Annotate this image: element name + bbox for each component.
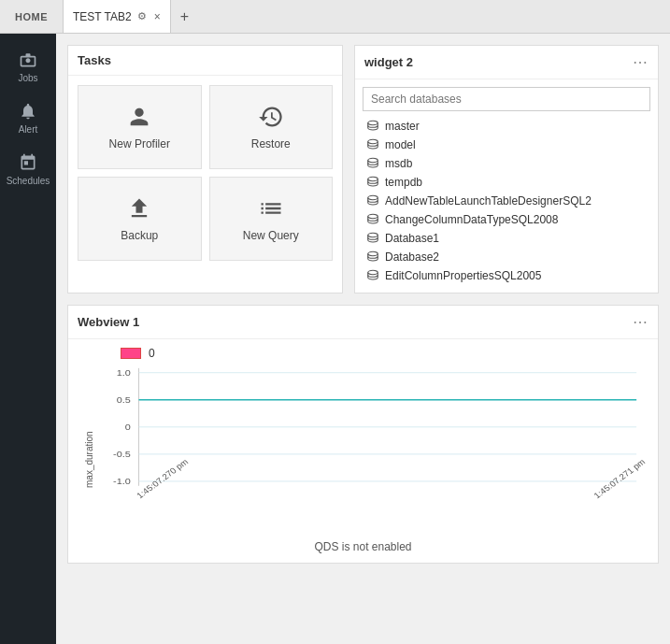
webview-title: Webview 1 bbox=[78, 315, 139, 329]
db-item-8[interactable]: EditColumnPropertiesSQL2005 bbox=[363, 266, 650, 285]
webview-widget: Webview 1 ⋯ 0 max_duration bbox=[67, 305, 659, 564]
chart-container: 0 max_duration 1.0 0. bbox=[68, 339, 658, 563]
database-icon bbox=[366, 269, 379, 282]
main-layout: Jobs Alert Schedules Tasks bbox=[0, 34, 670, 644]
query-icon bbox=[258, 195, 284, 222]
tasks-title: Tasks bbox=[78, 53, 111, 67]
database-icon bbox=[366, 213, 379, 226]
svg-point-1 bbox=[368, 139, 378, 143]
widgets-row: Tasks New Profiler Restore bbox=[67, 45, 659, 293]
tab-settings-icon[interactable]: ⚙ bbox=[137, 10, 147, 22]
y-axis-label: max_duration bbox=[79, 364, 98, 537]
svg-text:1:45:07.270 pm: 1:45:07.270 pm bbox=[135, 457, 190, 500]
db-item-4[interactable]: AddNewTableLaunchTableDesignerSQL2 bbox=[363, 192, 650, 210]
backup-label: Backup bbox=[121, 229, 158, 242]
db-item-tempdb[interactable]: tempdb bbox=[363, 173, 650, 192]
db-item-6[interactable]: Database1 bbox=[363, 229, 650, 248]
svg-point-7 bbox=[368, 251, 378, 255]
svg-point-8 bbox=[368, 270, 378, 274]
legend-color-swatch bbox=[121, 348, 141, 359]
db-item-master[interactable]: master bbox=[363, 117, 650, 136]
database-list: master model msdb tempdb bbox=[355, 79, 658, 293]
top-bar: HOME TEST TAB2 ⚙ × + bbox=[0, 0, 670, 34]
svg-point-5 bbox=[368, 214, 378, 218]
db-name: Database2 bbox=[385, 250, 439, 264]
svg-text:-0.5: -0.5 bbox=[113, 449, 131, 458]
backup-button[interactable]: Backup bbox=[78, 177, 202, 261]
backup-icon bbox=[126, 195, 152, 222]
content-area: Tasks New Profiler Restore bbox=[56, 34, 670, 644]
schedules-label: Schedules bbox=[7, 176, 50, 186]
widget2-menu-button[interactable]: ⋯ bbox=[633, 53, 649, 71]
chart-footer: QDS is not enabled bbox=[79, 537, 647, 563]
webview-menu-button[interactable]: ⋯ bbox=[633, 313, 649, 331]
new-query-label: New Query bbox=[243, 229, 299, 242]
database-icon bbox=[366, 120, 379, 133]
briefcase-icon bbox=[19, 50, 37, 69]
svg-point-2 bbox=[368, 158, 378, 162]
db-name: EditColumnPropertiesSQL2005 bbox=[385, 269, 541, 282]
new-query-button[interactable]: New Query bbox=[209, 177, 334, 261]
sidebar-item-jobs[interactable]: Jobs bbox=[0, 41, 56, 93]
alert-label: Alert bbox=[19, 124, 38, 135]
sidebar-item-schedules[interactable]: Schedules bbox=[0, 144, 56, 195]
db-name: model bbox=[385, 138, 416, 151]
db-name: AddNewTableLaunchTableDesignerSQL2 bbox=[385, 194, 592, 208]
calendar-icon bbox=[19, 153, 37, 172]
database-icon bbox=[366, 232, 379, 245]
bell-icon bbox=[19, 102, 37, 121]
database-icon bbox=[366, 250, 379, 264]
db-name: Database1 bbox=[385, 232, 439, 245]
database-icon bbox=[366, 194, 379, 208]
db-item-7[interactable]: Database2 bbox=[363, 248, 650, 266]
restore-button[interactable]: Restore bbox=[209, 85, 334, 169]
new-profiler-label: New Profiler bbox=[109, 137, 170, 150]
webview-header: Webview 1 ⋯ bbox=[68, 306, 658, 339]
svg-text:1.0: 1.0 bbox=[117, 367, 131, 377]
db-item-msdb[interactable]: msdb bbox=[363, 154, 650, 173]
svg-text:-1.0: -1.0 bbox=[113, 476, 131, 485]
widget2-title: widget 2 bbox=[364, 55, 413, 69]
chart-svg: 1.0 0.5 0 -0.5 -1.0 1:45: bbox=[98, 364, 647, 508]
svg-point-6 bbox=[368, 233, 378, 236]
chart-plot-area: 1.0 0.5 0 -0.5 -1.0 1:45: bbox=[98, 364, 647, 537]
profiler-icon bbox=[126, 104, 152, 130]
database-icon bbox=[366, 176, 379, 189]
home-button[interactable]: HOME bbox=[0, 0, 64, 33]
database-icon bbox=[366, 138, 379, 151]
database-icon bbox=[366, 157, 379, 170]
database-search-input[interactable] bbox=[363, 87, 650, 111]
tasks-widget: Tasks New Profiler Restore bbox=[67, 45, 343, 293]
tab-title: TEST TAB2 bbox=[73, 10, 132, 23]
db-name: ChangeColumnDataTypeSQL2008 bbox=[385, 213, 558, 226]
widget2: widget 2 ⋯ master model msdb bbox=[354, 45, 659, 293]
jobs-label: Jobs bbox=[18, 73, 37, 83]
active-tab[interactable]: TEST TAB2 ⚙ × bbox=[64, 0, 171, 33]
svg-text:1:45:07.271 pm: 1:45:07.271 pm bbox=[592, 457, 647, 500]
db-name: master bbox=[385, 120, 420, 133]
svg-text:0: 0 bbox=[125, 422, 131, 431]
tasks-grid: New Profiler Restore Backup bbox=[68, 76, 342, 270]
new-tab-button[interactable]: + bbox=[171, 0, 198, 33]
tab-close-button[interactable]: × bbox=[154, 10, 161, 23]
svg-text:0.5: 0.5 bbox=[117, 394, 131, 404]
restore-label: Restore bbox=[251, 137, 291, 150]
svg-point-4 bbox=[368, 195, 378, 199]
db-name: tempdb bbox=[385, 176, 422, 189]
restore-icon bbox=[258, 104, 284, 130]
new-profiler-button[interactable]: New Profiler bbox=[78, 85, 202, 169]
sidebar-item-alert[interactable]: Alert bbox=[0, 93, 56, 144]
db-item-model[interactable]: model bbox=[363, 136, 650, 154]
svg-point-0 bbox=[368, 121, 378, 124]
widget2-header: widget 2 ⋯ bbox=[355, 46, 658, 79]
legend-label: 0 bbox=[149, 347, 155, 360]
chart-wrapper: max_duration 1.0 0.5 0 bbox=[79, 364, 647, 537]
tasks-header: Tasks bbox=[68, 46, 342, 76]
chart-legend: 0 bbox=[79, 347, 647, 360]
svg-point-3 bbox=[368, 177, 378, 180]
db-name: msdb bbox=[385, 157, 412, 170]
sidebar: Jobs Alert Schedules bbox=[0, 34, 56, 644]
db-item-5[interactable]: ChangeColumnDataTypeSQL2008 bbox=[363, 210, 650, 229]
